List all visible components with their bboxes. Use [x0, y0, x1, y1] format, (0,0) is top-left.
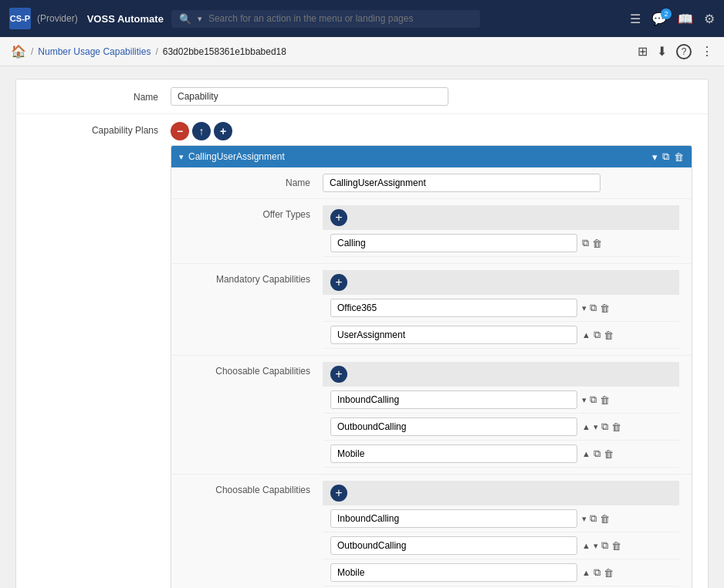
gear-icon[interactable]: ⚙: [704, 12, 715, 26]
chat-icon[interactable]: 💬 2: [651, 12, 667, 26]
capability-plans-row: Capability Plans − ↑ + ▾ CallingUserAssi…: [16, 114, 708, 588]
plan-name-label: Name: [184, 174, 323, 188]
capability-plans-value: − ↑ + ▾ CallingUserAssignment ▾ ⧉ 🗑: [171, 122, 692, 588]
list-item: ▲ ▾ ⧉ 🗑: [323, 414, 679, 441]
delete-choosable-cap2-button-2[interactable]: 🗑: [611, 540, 621, 552]
plan-dropdown-button[interactable]: ▾: [652, 151, 658, 163]
name-input[interactable]: [171, 87, 448, 106]
choosable-cap2-input-1[interactable]: [330, 509, 577, 528]
delete-mandatory-cap-button-2[interactable]: 🗑: [604, 329, 614, 341]
add-choosable-cap-button-2[interactable]: +: [330, 485, 347, 502]
delete-mandatory-cap-button[interactable]: 🗑: [600, 302, 610, 314]
add-offer-type-button[interactable]: +: [330, 209, 347, 226]
copy-choosable-cap2-button[interactable]: ⧉: [590, 512, 597, 525]
copy-choosable-cap-button[interactable]: ⧉: [590, 394, 597, 406]
copy-mandatory-cap-button[interactable]: ⧉: [590, 302, 597, 314]
list-item: ▲ ▾ ⧉ 🗑: [323, 532, 679, 559]
add-choosable-cap-button-1[interactable]: +: [330, 366, 347, 383]
copy-choosable-cap-button-3[interactable]: ⧉: [594, 448, 601, 460]
plan-body-1: Name Offer Types +: [171, 167, 692, 588]
search-dropdown-arrow[interactable]: ▾: [198, 14, 202, 24]
delete-choosable-cap-button[interactable]: 🗑: [600, 394, 610, 406]
arrow-up-choosable-cap2-button-3[interactable]: ▲: [582, 568, 590, 577]
copy-offer-type-button[interactable]: ⧉: [582, 237, 589, 249]
provider-label: (Provider): [37, 13, 78, 24]
plan-copy-button[interactable]: ⧉: [662, 150, 669, 163]
copy-mandatory-cap-button-2[interactable]: ⧉: [594, 329, 601, 341]
plan-header-1[interactable]: ▾ CallingUserAssignment ▾ ⧉ 🗑: [171, 146, 692, 167]
offer-type-actions-1: ⧉ 🗑: [582, 237, 602, 249]
list-item: ⧉ 🗑: [323, 230, 679, 257]
add-mandatory-cap-button[interactable]: +: [330, 274, 347, 291]
list-item: ▲ ⧉ 🗑: [323, 559, 679, 586]
choosable-cap-input-1-1[interactable]: [330, 390, 577, 409]
add-plan-button[interactable]: +: [214, 122, 232, 140]
home-icon[interactable]: 🏠: [11, 44, 26, 59]
book-icon[interactable]: 📖: [678, 12, 693, 26]
download-icon[interactable]: ⬇: [657, 44, 667, 59]
plan-name-input[interactable]: [323, 174, 601, 192]
choosable-cap-actions-1-1: ▾ ⧉ 🗑: [582, 394, 610, 406]
copy-choosable-cap2-button-2[interactable]: ⧉: [601, 539, 608, 552]
arrow-up-mandatory-cap-button[interactable]: ▲: [582, 330, 590, 340]
arrow-up-choosable-cap-button-3[interactable]: ▲: [582, 449, 590, 458]
app-logo: CS-P (Provider) VOSS Automate: [9, 8, 164, 29]
plan-delete-button[interactable]: 🗑: [674, 151, 684, 163]
product-label: VOSS Automate: [87, 13, 164, 25]
delete-offer-type-button[interactable]: 🗑: [592, 238, 602, 249]
dropdown-mandatory-cap-button[interactable]: ▾: [582, 303, 587, 313]
search-bar[interactable]: 🔍 ▾: [171, 10, 480, 28]
delete-choosable-cap-button-2[interactable]: 🗑: [611, 421, 621, 433]
arrow-up-choosable-cap2-button-2[interactable]: ▲: [582, 541, 590, 550]
dropdown-choosable-cap2-button[interactable]: ▾: [582, 514, 587, 524]
list-icon[interactable]: ☰: [630, 12, 641, 26]
search-input[interactable]: [208, 13, 472, 24]
remove-plan-button[interactable]: −: [171, 122, 189, 140]
choosable-cap2-input-3[interactable]: [330, 563, 577, 582]
choosable-cap-input-1-2[interactable]: [330, 417, 577, 436]
offer-type-input-1[interactable]: [330, 234, 577, 252]
breadcrumb-id: 63d02bbe158361e1bbabed18: [163, 46, 286, 57]
delete-choosable-cap-button-3[interactable]: 🗑: [604, 448, 614, 460]
mandatory-capabilities-value: + ▾ ⧉ 🗑: [323, 270, 679, 349]
choosable-cap-header-2: +: [323, 481, 679, 505]
sep1: /: [31, 46, 33, 57]
move-up-plan-button[interactable]: ↑: [192, 122, 211, 140]
topnav-icons: ☰ 💬 2 📖 ⚙: [630, 12, 715, 26]
choosable-cap-header-1: +: [323, 362, 679, 387]
more-options-icon[interactable]: ⋮: [701, 44, 713, 59]
plan-item-1: ▾ CallingUserAssignment ▾ ⧉ 🗑 Name: [171, 145, 692, 588]
mandatory-cap-input-2[interactable]: [330, 326, 577, 344]
choosable-capabilities-value-1: + ▾ ⧉ 🗑: [323, 362, 679, 468]
logo-box: CS-P: [9, 8, 31, 29]
copy-choosable-cap2-button-3[interactable]: ⧉: [594, 566, 601, 579]
choosable-cap2-actions-1: ▾ ⧉ 🗑: [582, 512, 610, 525]
breadcrumb-number-usage[interactable]: Number Usage Capabilities: [38, 46, 151, 57]
dropdown-choosable-cap2-button-2[interactable]: ▾: [594, 541, 598, 551]
choosable-cap2-input-2[interactable]: [330, 536, 577, 555]
plan-name-field: [323, 174, 679, 192]
chat-badge: 2: [661, 8, 672, 19]
arrow-up-choosable-cap-button-2[interactable]: ▲: [582, 422, 590, 431]
delete-choosable-cap2-button-3[interactable]: 🗑: [604, 567, 614, 579]
grid-view-icon[interactable]: ⊞: [638, 44, 648, 59]
choosable-capabilities-row-1: Choosable Capabilities + ▾ ⧉: [171, 356, 692, 475]
search-icon: 🔍: [179, 13, 191, 25]
plan-name-1: CallingUserAssignment: [188, 151, 285, 162]
name-row: Name: [16, 79, 708, 114]
capability-plans-label: Capability Plans: [32, 122, 171, 136]
mandatory-cap-input-1[interactable]: [330, 299, 577, 317]
list-item: ▾ ⧉ 🗑: [323, 295, 679, 322]
copy-choosable-cap-button-2[interactable]: ⧉: [601, 421, 608, 433]
choosable-cap-input-1-3[interactable]: [330, 444, 577, 463]
mandatory-cap-header: +: [323, 270, 679, 295]
breadcrumb-actions: ⊞ ⬇ ? ⋮: [638, 44, 713, 59]
delete-choosable-cap2-button[interactable]: 🗑: [600, 513, 610, 525]
mandatory-capabilities-label: Mandatory Capabilities: [184, 270, 323, 285]
dropdown-choosable-cap-button-2[interactable]: ▾: [594, 422, 598, 432]
choosable-cap2-actions-2: ▲ ▾ ⧉ 🗑: [582, 539, 621, 552]
offer-types-label: Offer Types: [184, 205, 323, 220]
help-icon[interactable]: ?: [676, 44, 692, 59]
dropdown-choosable-cap-button[interactable]: ▾: [582, 395, 587, 405]
choosable-capabilities-label-1: Choosable Capabilities: [184, 362, 323, 377]
